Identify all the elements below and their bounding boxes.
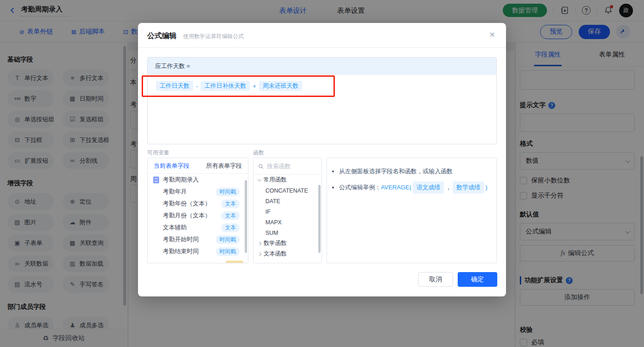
variables-panel: 当前表单字段 所有表单字段 考勤周期录入 考勤年月时间戳 考勤年份（文本）文本 … xyxy=(147,158,248,263)
help-list: 从左侧面板选择字段名和函数，或输入函数 公式编辑举例：AVERAGE(语文成绩，… xyxy=(339,166,496,193)
functions-panel-label: 函数 xyxy=(253,149,264,157)
variable-field-row[interactable]: 考勤年份（文本）文本 xyxy=(148,198,248,210)
variable-field-row[interactable]: 考勤开始时间时间戳 xyxy=(148,233,248,245)
field-type-badge: 时间戳 xyxy=(216,235,240,244)
cancel-button[interactable]: 取消 xyxy=(418,272,453,287)
close-icon[interactable]: × xyxy=(489,30,495,39)
plus-operator: + xyxy=(253,83,256,90)
minus-operator: - xyxy=(196,83,198,90)
field-name: 考勤年份（文本） xyxy=(163,199,211,208)
function-search-input[interactable] xyxy=(267,163,317,170)
field-type-badge: 文本 xyxy=(221,223,240,232)
field-name: 考勤结束时间 xyxy=(163,247,199,256)
modal-footer: 取消 确定 xyxy=(418,272,497,287)
group-label: 常用函数 xyxy=(264,176,287,184)
tab-current-form-fields[interactable]: 当前表单字段 xyxy=(154,162,190,170)
confirm-button[interactable]: 确定 xyxy=(458,272,497,287)
modal-header: 公式编辑 使用数学运算符编辑公式 xyxy=(138,23,506,48)
form-doc-icon xyxy=(153,176,159,183)
field-type-badge: 时间戳 xyxy=(216,247,240,256)
functions-scrollbar-thumb[interactable] xyxy=(318,185,321,253)
variable-field-row[interactable]: 考勤年月时间戳 xyxy=(148,186,248,198)
formula-target-bar: 应工作天数 = xyxy=(148,57,496,75)
formula-field-chip[interactable]: 周末还班天数 xyxy=(259,81,302,91)
example-field-chip: 语文成绩 xyxy=(413,182,444,193)
variables-scrollbar-thumb[interactable] xyxy=(245,180,247,253)
formula-editor-modal: 公式编辑 使用数学运算符编辑公式 × 应工作天数 = 工作日天数 - 工作日补休… xyxy=(138,23,506,296)
example-close-paren: ) xyxy=(485,184,487,191)
field-type-badge: 文本 xyxy=(221,211,240,220)
modal-title: 公式编辑 xyxy=(147,31,177,41)
modal-subtitle: 使用数学运算符编辑公式 xyxy=(183,33,244,40)
field-type-badge: 时间戳 xyxy=(216,188,240,196)
functions-panel: 常用函数 CONCATENATE DATE IF MAPX SUM 数学函数 文… xyxy=(253,158,322,263)
formula-help-panel: 从左侧面板选择字段名和函数，或输入函数 公式编辑举例：AVERAGE(语文成绩，… xyxy=(327,158,497,263)
help-bullet: 公式编辑举例：AVERAGE(语文成绩，数学成绩) xyxy=(339,182,496,193)
tab-all-form-fields[interactable]: 所有表单字段 xyxy=(206,162,242,170)
group-label: 文本函数 xyxy=(264,250,287,258)
example-separator: ， xyxy=(445,184,451,191)
function-group-common[interactable]: 常用函数 xyxy=(253,175,322,185)
formula-field-chip[interactable]: 工作日天数 xyxy=(156,81,193,91)
function-item[interactable]: CONCATENATE xyxy=(253,185,322,196)
clipped-number-badge xyxy=(226,261,243,263)
help-bullet: 从左侧面板选择字段名和函数，或输入函数 xyxy=(339,166,496,176)
formula-expression-input[interactable]: 工作日天数 - 工作日补休天数 + 周末还班天数 xyxy=(148,75,496,97)
app-window: 考勤周期录入 表单设计 表单设置 数据管理 政 xyxy=(0,0,644,347)
chevron-right-icon xyxy=(258,252,261,256)
function-item[interactable]: MAPX xyxy=(253,217,322,228)
function-item[interactable]: IF xyxy=(253,206,322,217)
help-text: 公式编辑举例： xyxy=(339,184,381,191)
search-icon xyxy=(258,163,264,170)
group-label: 数学函数 xyxy=(264,239,287,247)
function-group-text[interactable]: 文本函数 xyxy=(253,249,322,259)
field-name: 文本辅助 xyxy=(163,223,187,232)
form-name: 考勤周期录入 xyxy=(163,176,199,184)
help-text: 从左侧面板选择字段名和函数，或输入函数 xyxy=(339,168,453,175)
variable-field-row[interactable]: 考勤月份（文本）文本 xyxy=(148,210,248,222)
chevron-right-icon xyxy=(258,241,261,245)
field-name: 考勤开始时间 xyxy=(163,235,199,244)
variable-field-row[interactable]: 文本辅助文本 xyxy=(148,222,248,233)
variables-panel-label: 可用变量 xyxy=(147,149,169,157)
example-field-chip: 数学成绩 xyxy=(453,182,484,193)
variables-tabs: 当前表单字段 所有表单字段 xyxy=(148,158,248,174)
formula-field-chip[interactable]: 工作日补休天数 xyxy=(201,81,250,91)
field-name: 考勤月份（文本） xyxy=(163,211,211,220)
function-item[interactable]: DATE xyxy=(253,196,322,206)
variable-field-row[interactable]: 考勤结束时间时间戳 xyxy=(148,245,248,257)
field-name: 考勤年月 xyxy=(163,188,187,196)
variables-form-node[interactable]: 考勤周期录入 xyxy=(148,174,248,186)
formula-editor-area: 应工作天数 = 工作日天数 - 工作日补休天数 + 周末还班天数 xyxy=(147,57,497,144)
function-group-math[interactable]: 数学函数 xyxy=(253,238,322,249)
function-item[interactable]: SUM xyxy=(253,228,322,238)
function-search-box[interactable] xyxy=(253,158,322,175)
chevron-down-icon xyxy=(258,177,261,181)
example-function: AVERAGE( xyxy=(381,184,411,191)
field-type-badge: 文本 xyxy=(221,199,240,208)
